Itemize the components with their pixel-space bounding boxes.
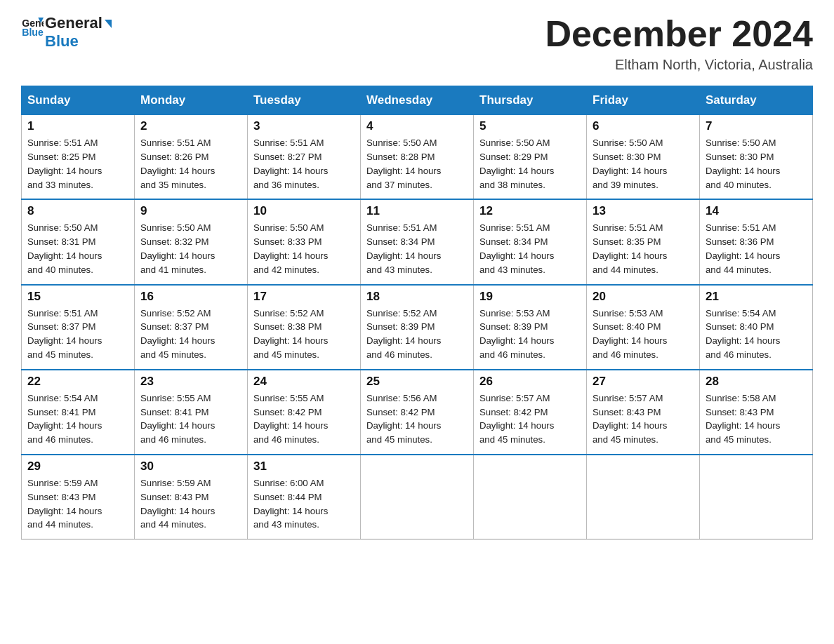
day-number: 18 — [366, 290, 468, 304]
day-info: Sunrise: 5:51 AMSunset: 8:25 PMDaylight:… — [27, 136, 128, 192]
day-number: 19 — [479, 290, 581, 304]
day-number: 20 — [593, 290, 694, 304]
day-info: Sunrise: 5:50 AMSunset: 8:31 PMDaylight:… — [27, 221, 128, 276]
calendar-table: Sunday Monday Tuesday Wednesday Thursday… — [21, 86, 813, 539]
calendar-cell: 6Sunrise: 5:50 AMSunset: 8:30 PMDaylight… — [587, 115, 700, 200]
calendar-cell: 23Sunrise: 5:55 AMSunset: 8:41 PMDayligh… — [135, 370, 248, 455]
day-number: 13 — [593, 204, 694, 218]
day-info: Sunrise: 5:59 AMSunset: 8:43 PMDaylight:… — [140, 476, 241, 532]
calendar-cell — [361, 455, 474, 539]
day-number: 25 — [366, 375, 468, 389]
calendar-cell — [587, 455, 700, 539]
calendar-cell: 1Sunrise: 5:51 AMSunset: 8:25 PMDaylight… — [22, 115, 135, 200]
day-info: Sunrise: 5:52 AMSunset: 8:38 PMDaylight:… — [253, 307, 355, 362]
day-number: 5 — [479, 119, 581, 133]
day-info: Sunrise: 5:57 AMSunset: 8:43 PMDaylight:… — [593, 391, 694, 447]
day-number: 6 — [593, 119, 694, 133]
day-info: Sunrise: 5:53 AMSunset: 8:40 PMDaylight:… — [593, 307, 694, 362]
weekday-header-row: Sunday Monday Tuesday Wednesday Thursday… — [22, 86, 813, 115]
day-info: Sunrise: 5:53 AMSunset: 8:39 PMDaylight:… — [479, 307, 581, 362]
day-number: 23 — [140, 375, 241, 389]
day-number: 26 — [479, 375, 581, 389]
calendar-cell: 16Sunrise: 5:52 AMSunset: 8:37 PMDayligh… — [135, 285, 248, 370]
location-subtitle: Eltham North, Victoria, Australia — [545, 57, 813, 73]
calendar-cell: 8Sunrise: 5:50 AMSunset: 8:31 PMDaylight… — [22, 199, 135, 284]
day-info: Sunrise: 5:54 AMSunset: 8:40 PMDaylight:… — [706, 307, 807, 362]
day-number: 27 — [593, 375, 694, 389]
day-number: 9 — [140, 204, 241, 218]
day-number: 4 — [366, 119, 468, 133]
day-info: Sunrise: 5:50 AMSunset: 8:28 PMDaylight:… — [366, 136, 468, 192]
calendar-cell — [474, 455, 587, 539]
day-number: 31 — [253, 459, 355, 474]
calendar-cell: 29Sunrise: 5:59 AMSunset: 8:43 PMDayligh… — [22, 455, 135, 539]
calendar-cell: 13Sunrise: 5:51 AMSunset: 8:35 PMDayligh… — [587, 199, 700, 284]
calendar-cell: 15Sunrise: 5:51 AMSunset: 8:37 PMDayligh… — [22, 285, 135, 370]
day-number: 22 — [27, 375, 128, 389]
header-tuesday: Tuesday — [248, 86, 361, 115]
day-number: 29 — [27, 459, 128, 474]
logo-blue: Blue — [45, 32, 112, 51]
header-thursday: Thursday — [474, 86, 587, 115]
day-info: Sunrise: 5:50 AMSunset: 8:32 PMDaylight:… — [140, 221, 241, 276]
header-monday: Monday — [135, 86, 248, 115]
day-info: Sunrise: 6:00 AMSunset: 8:44 PMDaylight:… — [253, 476, 355, 532]
calendar-cell: 7Sunrise: 5:50 AMSunset: 8:30 PMDaylight… — [700, 115, 813, 200]
calendar-cell: 26Sunrise: 5:57 AMSunset: 8:42 PMDayligh… — [474, 370, 587, 455]
calendar-cell: 10Sunrise: 5:50 AMSunset: 8:33 PMDayligh… — [248, 199, 361, 284]
svg-text:Blue: Blue — [22, 27, 44, 36]
day-number: 30 — [140, 459, 241, 474]
day-number: 17 — [253, 290, 355, 304]
day-number: 3 — [253, 119, 355, 133]
day-number: 12 — [479, 204, 581, 218]
day-info: Sunrise: 5:51 AMSunset: 8:37 PMDaylight:… — [27, 307, 128, 362]
calendar-week-row: 22Sunrise: 5:54 AMSunset: 8:41 PMDayligh… — [22, 370, 813, 455]
day-info: Sunrise: 5:50 AMSunset: 8:30 PMDaylight:… — [706, 136, 807, 192]
calendar-week-row: 15Sunrise: 5:51 AMSunset: 8:37 PMDayligh… — [22, 285, 813, 370]
calendar-week-row: 8Sunrise: 5:50 AMSunset: 8:31 PMDaylight… — [22, 199, 813, 284]
day-info: Sunrise: 5:57 AMSunset: 8:42 PMDaylight:… — [479, 391, 581, 447]
calendar-cell: 20Sunrise: 5:53 AMSunset: 8:40 PMDayligh… — [587, 285, 700, 370]
calendar-week-row: 29Sunrise: 5:59 AMSunset: 8:43 PMDayligh… — [22, 455, 813, 539]
day-number: 24 — [253, 375, 355, 389]
header-sunday: Sunday — [22, 86, 135, 115]
day-info: Sunrise: 5:51 AMSunset: 8:27 PMDaylight:… — [253, 136, 355, 192]
calendar-cell: 22Sunrise: 5:54 AMSunset: 8:41 PMDayligh… — [22, 370, 135, 455]
calendar-cell: 28Sunrise: 5:58 AMSunset: 8:43 PMDayligh… — [700, 370, 813, 455]
calendar-week-row: 1Sunrise: 5:51 AMSunset: 8:25 PMDaylight… — [22, 115, 813, 200]
logo-general: General — [45, 14, 112, 32]
day-number: 2 — [140, 119, 241, 133]
day-info: Sunrise: 5:58 AMSunset: 8:43 PMDaylight:… — [706, 391, 807, 447]
day-number: 10 — [253, 204, 355, 218]
day-info: Sunrise: 5:55 AMSunset: 8:41 PMDaylight:… — [140, 391, 241, 447]
day-info: Sunrise: 5:52 AMSunset: 8:37 PMDaylight:… — [140, 307, 241, 362]
day-info: Sunrise: 5:56 AMSunset: 8:42 PMDaylight:… — [366, 391, 468, 447]
day-info: Sunrise: 5:52 AMSunset: 8:39 PMDaylight:… — [366, 307, 468, 362]
header-saturday: Saturday — [700, 86, 813, 115]
day-number: 1 — [27, 119, 128, 133]
month-title: December 2024 — [545, 14, 813, 54]
calendar-cell: 31Sunrise: 6:00 AMSunset: 8:44 PMDayligh… — [248, 455, 361, 539]
day-info: Sunrise: 5:54 AMSunset: 8:41 PMDaylight:… — [27, 391, 128, 447]
calendar-cell: 5Sunrise: 5:50 AMSunset: 8:29 PMDaylight… — [474, 115, 587, 200]
day-number: 16 — [140, 290, 241, 304]
header-wednesday: Wednesday — [361, 86, 474, 115]
day-info: Sunrise: 5:51 AMSunset: 8:34 PMDaylight:… — [479, 221, 581, 276]
calendar-cell: 24Sunrise: 5:55 AMSunset: 8:42 PMDayligh… — [248, 370, 361, 455]
calendar-title-area: December 2024 Eltham North, Victoria, Au… — [545, 14, 813, 73]
day-info: Sunrise: 5:51 AMSunset: 8:26 PMDaylight:… — [140, 136, 241, 192]
header-friday: Friday — [587, 86, 700, 115]
calendar-cell — [700, 455, 813, 539]
day-number: 28 — [706, 375, 807, 389]
logo: General Blue General Blue — [21, 14, 112, 51]
day-number: 8 — [27, 204, 128, 218]
day-number: 15 — [27, 290, 128, 304]
calendar-cell: 11Sunrise: 5:51 AMSunset: 8:34 PMDayligh… — [361, 199, 474, 284]
calendar-cell: 25Sunrise: 5:56 AMSunset: 8:42 PMDayligh… — [361, 370, 474, 455]
day-info: Sunrise: 5:59 AMSunset: 8:43 PMDaylight:… — [27, 476, 128, 532]
calendar-cell: 4Sunrise: 5:50 AMSunset: 8:28 PMDaylight… — [361, 115, 474, 200]
calendar-cell: 27Sunrise: 5:57 AMSunset: 8:43 PMDayligh… — [587, 370, 700, 455]
day-info: Sunrise: 5:50 AMSunset: 8:30 PMDaylight:… — [593, 136, 694, 192]
calendar-cell: 21Sunrise: 5:54 AMSunset: 8:40 PMDayligh… — [700, 285, 813, 370]
day-number: 21 — [706, 290, 807, 304]
